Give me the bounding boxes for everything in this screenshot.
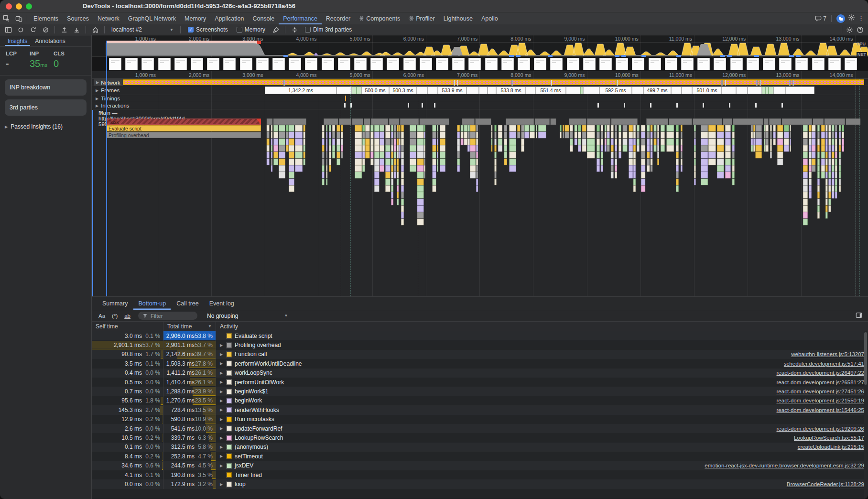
screenshot-thumbnail[interactable] [174,58,187,70]
cell-activity[interactable]: ▶jsxDEVemotion-react-jsx-dev-runtime.bro… [216,461,868,470]
checkbox-screenshots[interactable]: ✓Screenshots [188,26,228,33]
cell-total-time[interactable]: 1,411.2 ms26.1 % [163,369,216,378]
expand-row-icon[interactable]: ▶ [219,380,224,384]
screenshot-thumbnail[interactable] [779,58,792,70]
source-location-link[interactable]: react-dom.development.js:19209:26 [777,426,868,432]
screenshot-thumbnail[interactable] [370,58,383,70]
cell-total-time[interactable]: 190.8 ms3.5 % [163,470,216,479]
cell-total-time[interactable]: 541.6 ms10.0 % [163,424,216,433]
cell-self-time[interactable]: 4.1 ms0.1 % [92,470,163,479]
tab-network[interactable]: Network [93,12,124,24]
detail-tab-call-tree[interactable]: Call tree [172,297,204,310]
tab-profiler[interactable]: Profiler [404,12,439,24]
source-location-link[interactable]: react-dom.development.js:21550:19 [777,398,868,403]
cell-self-time[interactable]: 0.7 ms0.0 % [92,387,163,396]
tab-graphql-network[interactable]: GraphQL Network [124,12,180,24]
screenshot-thumbnail[interactable] [845,58,857,70]
screenshot-thumbnail[interactable] [240,58,252,70]
device-toolbar-icon[interactable] [12,12,25,24]
tab-console[interactable]: Console [248,12,279,24]
frame-block[interactable] [682,87,692,94]
screenshot-thumbnail[interactable] [501,58,514,70]
frame-block[interactable] [526,87,535,94]
screenshot-thumbnail[interactable] [289,58,301,70]
cell-self-time[interactable]: 95.6 ms1.8 % [92,396,163,405]
frame-block[interactable]: 1,342.2 ms [265,87,336,94]
show-sidebar-icon[interactable] [856,312,862,319]
track-frames-label[interactable]: ▶Frames [96,87,119,93]
cell-activity[interactable]: ▶Run microtasks [216,415,868,424]
extension-icon[interactable] [836,14,845,23]
home-icon[interactable] [90,25,100,34]
screenshot-thumbnail[interactable] [763,58,775,70]
tab-apollo[interactable]: Apollo [477,12,502,24]
screenshot-thumbnail[interactable] [420,58,432,70]
column-header-activity[interactable]: Activity [216,322,868,331]
regex-icon[interactable]: (*) [112,313,118,319]
cell-total-time[interactable]: 172.9 ms3.2 % [163,479,216,488]
track-interactions[interactable]: ▶Interactions [92,102,868,109]
frame-block[interactable] [336,87,352,94]
upload-profile-icon[interactable] [59,25,69,34]
cell-self-time[interactable]: 10.5 ms0.2 % [92,433,163,442]
cell-self-time[interactable]: 3.0 ms0.1 % [92,331,163,340]
table-row[interactable] [92,489,868,498]
cell-activity[interactable]: ▶performWorkUntilDeadlinescheduler.devel… [216,359,868,368]
screenshot-thumbnail[interactable] [158,58,171,70]
record-icon[interactable] [15,25,26,34]
frame-block[interactable] [583,87,599,94]
console-messages-icon[interactable]: 7 [815,15,826,22]
table-row[interactable]: 0.7 ms0.0 %1,288.0 ms23.9 %▶beginWork$1r… [92,387,868,396]
cell-activity[interactable]: ▶Evaluate script [216,331,868,340]
overview-strip[interactable]: 1,000 ms2,000 ms3,000 ms4,000 ms5,000 ms… [92,35,868,57]
track-network-label[interactable]: ▶Network [94,79,123,86]
insight-card-inp-breakdown[interactable]: INP breakdown [5,79,87,96]
tab-recorder[interactable]: Recorder [322,12,355,24]
target-select[interactable]: localhost #2▼ [108,26,176,33]
table-row[interactable]: 2,901.1 ms53.7 %2,901.1 ms53.7 %▶Profili… [92,340,868,349]
frame-block[interactable] [671,87,682,94]
cell-total-time[interactable]: 252.8 ms4.7 % [163,452,216,461]
screenshot-thumbnail[interactable] [354,58,367,70]
track-network[interactable]: ▶Network [92,79,868,86]
screenshot-thumbnail[interactable] [714,58,726,70]
reload-record-icon[interactable] [28,25,38,34]
detail-tab-bottom-up[interactable]: Bottom-up [133,297,171,310]
table-scrollbar[interactable] [864,331,868,499]
frame-block[interactable]: 501.0 ms [692,87,722,94]
source-location-link[interactable]: emotion-react-jsx-dev-runtime.browser.de… [705,463,868,468]
table-row[interactable]: 3.5 ms0.1 %1,503.3 ms27.8 %▶performWorkU… [92,359,868,368]
frame-block[interactable] [479,87,488,94]
screenshot-thumbnail[interactable] [583,58,596,70]
help-icon[interactable] [855,25,865,34]
table-row[interactable]: 4.1 ms0.1 %190.8 ms3.5 %▶Timer fired [92,470,868,479]
screenshot-thumbnail[interactable] [403,58,416,70]
screenshot-thumbnail[interactable] [338,58,350,70]
table-row[interactable]: 3.0 ms0.1 %2,906.0 ms53.8 %▶Evaluate scr… [92,331,868,340]
expand-row-icon[interactable]: ▶ [219,454,224,458]
expand-row-icon[interactable]: ▶ [219,408,224,412]
cell-total-time[interactable]: 590.8 ms10.9 % [163,415,216,424]
cell-total-time[interactable]: 2,142.6 ms39.7 % [163,350,216,359]
screenshot-thumbnail[interactable] [272,58,285,70]
track-timings[interactable]: ▶Timings [92,95,868,102]
track-timings-label[interactable]: ▶Timings [96,96,120,101]
filter-input[interactable]: Filter [138,312,197,320]
frame-block[interactable]: 551.4 ms [535,87,566,94]
frame-block[interactable] [736,87,748,94]
track-interactions-label[interactable]: ▶Interactions [96,103,130,108]
table-row[interactable]: 0.0 ms0.0 %172.9 ms3.2 %▶loopBrowserCode… [92,479,868,488]
frame-block[interactable] [467,87,479,94]
frame-block[interactable] [357,87,361,94]
frame-block[interactable] [417,87,427,94]
screenshot-thumbnail[interactable] [485,58,498,70]
tab-lighthouse[interactable]: Lighthouse [439,12,477,24]
table-row[interactable]: 2.6 ms0.0 %541.6 ms10.0 %▶updateForwardR… [92,424,868,433]
grouping-select[interactable]: No grouping ▼ [207,313,288,319]
close-window-icon[interactable] [6,3,12,10]
cell-activity[interactable]: ▶loopBrowserCodeReader.js:1128:29 [216,479,868,488]
dock-side-icon[interactable] [3,25,13,34]
frame-block[interactable]: 533.8 ms [496,87,526,94]
source-location-link[interactable]: webauthn-listeners.js:5:13207 [791,351,868,357]
screenshot-thumbnail[interactable] [599,58,612,70]
